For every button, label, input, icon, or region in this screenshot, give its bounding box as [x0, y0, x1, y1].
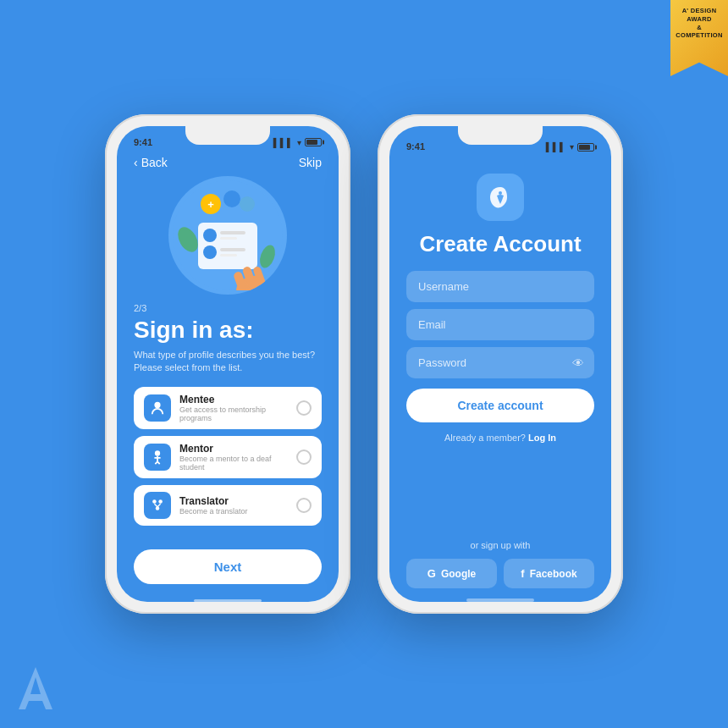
mentor-icon-box: [144, 444, 171, 471]
left-battery-icon: [305, 138, 322, 146]
translator-desc: Become a translator: [179, 507, 288, 516]
svg-point-19: [155, 450, 160, 455]
left-nav-bar: ‹ Back Skip: [117, 152, 339, 176]
mentee-radio[interactable]: [296, 400, 312, 416]
next-button[interactable]: Next: [134, 549, 322, 584]
password-wrapper: 👁: [406, 347, 594, 378]
right-time: 9:41: [406, 141, 425, 152]
facebook-label: Facebook: [530, 568, 577, 580]
mentee-option[interactable]: Mentee Get access to mentorship programs: [134, 387, 322, 429]
mentor-info: Mentor Become a mentor to a deaf student: [179, 443, 288, 472]
svg-text:+: +: [207, 198, 214, 211]
left-notch: [185, 126, 270, 145]
mentee-info: Mentee Get access to mentorship programs: [179, 394, 288, 422]
mentor-radio[interactable]: [296, 449, 312, 465]
right-home-indicator: [466, 598, 534, 602]
right-phone: 9:41 ▌▌▌ ▾: [378, 114, 623, 614]
translator-option[interactable]: Translator Become a translator: [134, 485, 322, 526]
mentee-desc: Get access to mentorship programs: [179, 405, 288, 422]
onboarding-illustration: +: [173, 180, 283, 290]
sign-in-subtitle: What type of profile describes you the b…: [134, 349, 322, 375]
show-password-icon[interactable]: 👁: [572, 356, 584, 370]
right-screen: 9:41 ▌▌▌ ▾: [389, 126, 611, 602]
svg-line-28: [157, 504, 161, 507]
mentor-icon: [150, 449, 165, 465]
left-signal: ▌▌▌: [273, 138, 294, 147]
log-in-link[interactable]: Log In: [528, 433, 556, 443]
svg-point-29: [499, 191, 502, 195]
illustration-area: +: [117, 176, 339, 295]
right-battery-icon: [577, 143, 594, 152]
svg-point-24: [152, 499, 157, 504]
right-wifi-icon: ▾: [570, 142, 574, 152]
svg-point-14: [223, 190, 240, 207]
svg-line-27: [154, 504, 157, 507]
svg-line-22: [155, 461, 157, 464]
create-account-button[interactable]: Create account: [406, 389, 594, 422]
mentor-name: Mentor: [179, 443, 288, 455]
mentor-desc: Become a mentor to a deaf student: [179, 455, 288, 472]
form-area: 👁 Create account Already a member? Log I…: [389, 271, 611, 460]
back-label: Back: [141, 156, 168, 169]
svg-point-26: [156, 506, 160, 510]
translator-icon: [150, 498, 165, 513]
left-wifi-icon: ▾: [297, 138, 301, 147]
social-buttons: G Google f Facebook: [389, 559, 611, 588]
left-status-icons: ▌▌▌ ▾: [273, 138, 322, 147]
svg-point-15: [240, 196, 255, 212]
phones-container: 9:41 ▌▌▌ ▾ ‹ Back Skip: [105, 114, 623, 614]
skip-button[interactable]: Skip: [299, 156, 322, 169]
svg-point-5: [203, 245, 217, 259]
password-input[interactable]: [406, 347, 594, 378]
already-member-text: Already a member? Log In: [406, 433, 594, 443]
svg-point-18: [154, 401, 160, 407]
back-button[interactable]: ‹ Back: [134, 156, 168, 169]
right-signal: ▌▌▌: [546, 142, 566, 152]
svg-rect-6: [220, 248, 245, 251]
mentee-name: Mentee: [179, 394, 288, 405]
email-input[interactable]: [406, 309, 594, 340]
svg-rect-7: [220, 254, 237, 256]
right-notch: [458, 126, 543, 145]
or-signup-text: or sign up with: [389, 540, 611, 550]
next-btn-area: Next: [117, 541, 339, 593]
svg-point-2: [203, 229, 217, 242]
back-chevron-icon: ‹: [134, 156, 138, 169]
illustration-circle: +: [168, 176, 287, 295]
left-time: 9:41: [134, 137, 152, 147]
svg-line-23: [157, 461, 160, 464]
step-indicator: 2/3: [134, 303, 322, 313]
app-logo-box: [477, 174, 524, 221]
google-button[interactable]: G Google: [406, 559, 497, 588]
google-icon: G: [427, 567, 436, 580]
create-account-title: Create Account: [389, 231, 611, 257]
a-logo: [17, 665, 54, 711]
svg-point-25: [158, 499, 163, 504]
google-label: Google: [441, 568, 476, 580]
mentee-icon-box: [144, 394, 171, 422]
left-screen: 9:41 ▌▌▌ ▾ ‹ Back Skip: [117, 126, 339, 602]
translator-info: Translator Become a translator: [179, 495, 288, 516]
right-status-icons: ▌▌▌ ▾: [546, 142, 594, 152]
translator-icon-box: [144, 492, 171, 519]
left-phone: 9:41 ▌▌▌ ▾ ‹ Back Skip: [105, 114, 350, 614]
facebook-icon: f: [521, 567, 524, 580]
translator-radio[interactable]: [296, 498, 312, 513]
award-text: A' DESIGN AWARD& COMPETITION: [674, 7, 725, 40]
app-logo-area: [389, 157, 611, 231]
left-home-indicator: [194, 599, 262, 602]
svg-rect-3: [220, 231, 245, 234]
award-ribbon: A' DESIGN AWARD& COMPETITION: [670, 0, 728, 76]
sign-in-title: Sign in as:: [134, 317, 322, 344]
mentee-icon: [150, 400, 165, 416]
mentor-option[interactable]: Mentor Become a mentor to a deaf student: [134, 436, 322, 478]
translator-name: Translator: [179, 495, 288, 507]
svg-rect-4: [220, 237, 237, 240]
app-logo-icon: [485, 182, 516, 212]
sign-in-content: 2/3 Sign in as: What type of profile des…: [117, 295, 339, 541]
username-input[interactable]: [406, 271, 594, 302]
facebook-button[interactable]: f Facebook: [504, 559, 594, 588]
already-member-label: Already a member?: [444, 433, 526, 443]
